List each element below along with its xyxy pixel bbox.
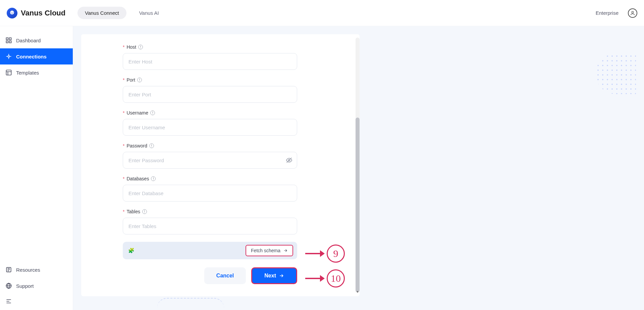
svg-rect-10 [6, 70, 11, 75]
sidebar-collapse-button[interactable] [0, 294, 73, 310]
svg-rect-5 [6, 38, 8, 40]
enterprise-link[interactable]: Enterprise [596, 10, 619, 16]
required-mark: * [123, 44, 124, 50]
label-host: Host [126, 44, 136, 50]
form-group-tables: * Tables ! [123, 209, 352, 234]
sidebar: Dashboard Connections Templates Resource… [0, 26, 73, 310]
logo-icon [7, 8, 17, 18]
sidebar-label-templates: Templates [16, 70, 39, 76]
required-mark: * [123, 176, 124, 181]
sidebar-label-support: Support [16, 283, 34, 289]
svg-rect-6 [9, 38, 11, 40]
connections-icon [5, 53, 12, 60]
info-icon[interactable]: ! [149, 143, 154, 148]
logo[interactable]: Vanus Cloud [7, 8, 65, 18]
username-input[interactable] [123, 119, 297, 136]
required-mark: * [123, 110, 124, 116]
required-mark: * [123, 77, 124, 83]
info-icon[interactable]: ! [142, 209, 147, 214]
info-icon[interactable]: ! [150, 110, 155, 115]
main-area: * Host ! * Port ! * Username ! [73, 26, 644, 310]
sidebar-label-resources: Resources [16, 267, 40, 273]
nav-tabs: Vanus Connect Vanus AI [77, 7, 166, 19]
fetch-schema-graphic-icon: 🧩 [128, 248, 135, 254]
app-header: Vanus Cloud Vanus Connect Vanus AI Enter… [0, 0, 644, 26]
tab-vanus-connect[interactable]: Vanus Connect [77, 7, 126, 19]
form-panel: * Host ! * Port ! * Username ! [81, 34, 360, 296]
dashboard-icon [5, 37, 12, 44]
scroll-thumb[interactable] [356, 118, 360, 292]
label-password: Password [126, 143, 147, 148]
sidebar-item-connections[interactable]: Connections [0, 48, 73, 64]
tables-input[interactable] [123, 218, 297, 234]
cancel-button[interactable]: Cancel [204, 267, 246, 284]
decorative-dots [596, 54, 636, 94]
port-input[interactable] [123, 86, 297, 103]
toggle-password-visibility-icon[interactable] [286, 157, 292, 164]
form-group-databases: * Databases ! [123, 176, 352, 202]
fetch-schema-button[interactable]: Fetch schema [246, 245, 293, 256]
form-group-password: * Password ! [123, 143, 352, 169]
annotation-10: 10 [305, 269, 345, 287]
label-tables: Tables [126, 209, 140, 214]
arrow-right-icon [279, 273, 284, 278]
sidebar-item-templates[interactable]: Templates [0, 64, 73, 81]
svg-rect-7 [6, 41, 8, 43]
label-databases: Databases [126, 176, 149, 181]
form-group-port: * Port ! [123, 77, 352, 103]
info-icon[interactable]: ! [151, 176, 156, 181]
annotation-arrow-icon [305, 276, 325, 280]
svg-rect-8 [9, 41, 11, 43]
decorative-wave [157, 298, 224, 308]
required-mark: * [123, 143, 124, 148]
svg-point-3 [11, 13, 12, 14]
form-scrollbar[interactable]: ▲ ▼ [356, 38, 360, 293]
logo-text: Vanus Cloud [21, 9, 65, 17]
required-mark: * [123, 209, 124, 214]
sidebar-item-resources[interactable]: Resources [0, 262, 73, 278]
scroll-down-icon: ▼ [356, 290, 360, 294]
databases-input[interactable] [123, 185, 297, 202]
sidebar-item-dashboard[interactable]: Dashboard [0, 32, 73, 48]
sidebar-label-dashboard: Dashboard [16, 38, 41, 43]
svg-point-9 [8, 56, 10, 57]
tab-vanus-ai[interactable]: Vanus AI [132, 7, 166, 19]
sidebar-label-connections: Connections [16, 54, 47, 59]
annotation-circle-9: 9 [327, 245, 345, 263]
user-avatar-icon[interactable] [628, 8, 637, 18]
support-icon [5, 282, 12, 289]
annotation-circle-10: 10 [327, 269, 345, 287]
info-icon[interactable]: ! [138, 45, 143, 49]
info-icon[interactable]: ! [137, 78, 142, 82]
form-footer: Cancel Next [123, 267, 297, 284]
label-port: Port [126, 77, 135, 83]
label-username: Username [126, 110, 148, 116]
next-label: Next [264, 273, 276, 279]
annotation-9: 9 [305, 245, 345, 263]
fetch-schema-box: 🧩 Fetch schema [123, 242, 297, 259]
svg-point-1 [11, 12, 12, 12]
svg-point-4 [632, 11, 633, 13]
svg-point-2 [13, 12, 13, 12]
next-button[interactable]: Next [251, 267, 297, 284]
header-right: Enterprise [596, 8, 637, 18]
form-group-host: * Host ! [123, 44, 352, 70]
host-input[interactable] [123, 53, 297, 70]
templates-icon [5, 69, 12, 76]
resources-icon [5, 266, 12, 273]
fetch-schema-label: Fetch schema [251, 248, 280, 253]
arrow-right-icon [283, 248, 288, 253]
form-group-username: * Username ! [123, 110, 352, 136]
password-input[interactable] [123, 152, 297, 169]
annotation-arrow-icon [305, 252, 325, 256]
sidebar-item-support[interactable]: Support [0, 278, 73, 294]
